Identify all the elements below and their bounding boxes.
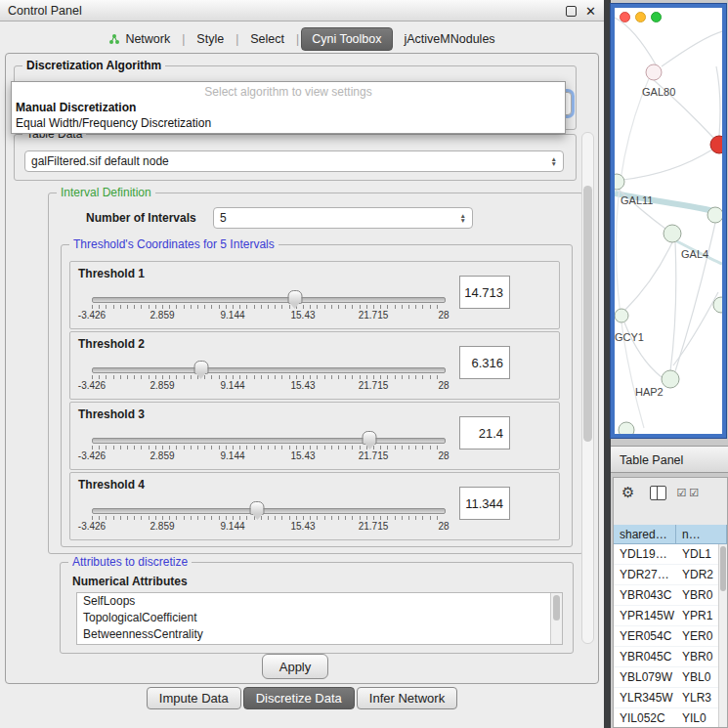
- table-row[interactable]: YDL19…YDL1: [614, 544, 727, 565]
- tick-label: 15.43: [290, 450, 315, 461]
- slider-track[interactable]: [92, 297, 446, 303]
- table-row[interactable]: YDR27…YDR2: [614, 565, 727, 585]
- network-edge[interactable]: [622, 150, 712, 180]
- cell[interactable]: YIL052C: [614, 708, 676, 727]
- network-node[interactable]: [615, 174, 624, 190]
- screen: Control Panel ✕ Network | Style | Select…: [0, 0, 728, 728]
- network-node[interactable]: [662, 370, 679, 388]
- threshold-2-slider[interactable]: -3.426 2.859 9.144 15.43 21.715 28: [92, 360, 444, 393]
- cell[interactable]: YBL079W: [614, 667, 676, 687]
- slider-tick-labels: -3.426 2.859 9.144 15.43 21.715 28: [92, 380, 444, 392]
- scrollbar-thumb[interactable]: [553, 595, 560, 621]
- threshold-4-slider[interactable]: -3.426 2.859 9.144 15.43 21.715 28: [92, 500, 444, 534]
- table-row[interactable]: YLR345WYLR3: [614, 688, 727, 708]
- threshold-1-slider-thumb[interactable]: [287, 290, 302, 304]
- slider-track[interactable]: [92, 508, 446, 514]
- network-node[interactable]: [646, 64, 662, 80]
- network-edge[interactable]: [670, 242, 676, 371]
- network-node[interactable]: [664, 225, 681, 242]
- control-panel-titlebar[interactable]: Control Panel ✕: [0, 0, 604, 21]
- table-row[interactable]: YPR145WYPR1: [614, 606, 727, 626]
- network-edge[interactable]: [616, 76, 650, 428]
- slider-track[interactable]: [92, 438, 446, 444]
- network-edge[interactable]: [624, 242, 672, 311]
- table-row[interactable]: YBL079WYBL0: [614, 667, 727, 688]
- list-scrollbar[interactable]: [550, 593, 562, 644]
- table-scrollbar[interactable]: [718, 544, 727, 727]
- tick-label: 28: [438, 450, 449, 461]
- cell[interactable]: YBR043C: [614, 585, 676, 605]
- threshold-4-slider-thumb[interactable]: [250, 501, 265, 515]
- tab-select[interactable]: Select: [240, 28, 294, 50]
- list-item[interactable]: TopologicalCoefficient: [77, 610, 562, 626]
- cell[interactable]: YDL19…: [614, 544, 676, 564]
- network-edge[interactable]: [615, 18, 656, 64]
- threshold-4-value-field[interactable]: 11.344: [459, 487, 510, 520]
- table-row[interactable]: YER054CYER0: [614, 626, 727, 647]
- table-row[interactable]: YBR045CYBR0: [614, 647, 727, 667]
- number-of-intervals-combobox[interactable]: 5 ▲▼: [213, 207, 473, 229]
- threshold-3-panel: Threshold 3 -3.426 2.859 9.144 15.43 21.…: [69, 402, 560, 470]
- tick-label: 9.144: [220, 521, 244, 532]
- cell[interactable]: YDR27…: [614, 565, 676, 584]
- tick-label: -3.426: [78, 521, 106, 532]
- column-header-name[interactable]: n…: [676, 525, 727, 544]
- close-window-icon[interactable]: [620, 12, 630, 22]
- close-icon[interactable]: ✕: [585, 5, 596, 18]
- tab-discretize-data[interactable]: Discretize Data: [243, 687, 355, 709]
- slider-track[interactable]: [92, 367, 446, 373]
- node-label: HAP2: [635, 386, 664, 398]
- columns-icon[interactable]: [650, 486, 666, 500]
- threshold-1-slider[interactable]: -3.426 2.859 9.144 15.43 21.715 28: [92, 289, 444, 322]
- tab-infer-network[interactable]: Infer Network: [357, 687, 457, 709]
- threshold-3-value-field[interactable]: 21.4: [459, 416, 510, 450]
- network-edge[interactable]: [662, 31, 722, 66]
- cell[interactable]: YER054C: [614, 626, 676, 646]
- tab-network[interactable]: Network: [99, 28, 180, 50]
- tab-jactivemnodules[interactable]: jActiveMNodules: [395, 28, 505, 50]
- column-header-shared-name[interactable]: shared…: [614, 525, 676, 544]
- cell[interactable]: YBR045C: [614, 647, 676, 666]
- list-item[interactable]: BetweennessCentrality: [77, 626, 562, 643]
- threshold-1-value-field[interactable]: 14.713: [459, 276, 510, 309]
- panel-scrollbar[interactable]: [581, 132, 594, 644]
- gear-icon[interactable]: ⚙: [621, 484, 634, 501]
- table-row[interactable]: YIL052CYIL0: [614, 708, 727, 727]
- network-node[interactable]: [615, 309, 628, 322]
- zoom-window-icon[interactable]: [651, 12, 662, 22]
- interval-definition-group: Interval Definition Number of Intervals …: [48, 193, 583, 554]
- table-row[interactable]: YBR043CYBR0: [614, 585, 727, 606]
- table-panel-title: Table Panel: [620, 453, 683, 467]
- scrollbar-thumb[interactable]: [583, 186, 592, 442]
- option-equal-width-frequency[interactable]: Equal Width/Frequency Discretization: [12, 115, 565, 131]
- network-node-highlighted[interactable]: [710, 136, 722, 153]
- table-data-combobox[interactable]: galFiltered.sif default node ▲▼: [24, 150, 564, 172]
- scrollbar-thumb[interactable]: [720, 546, 726, 591]
- network-view-window[interactable]: GAL80 GAL11 GAL4 GCY1 HAP2: [611, 4, 726, 438]
- cell[interactable]: YLR345W: [614, 688, 676, 707]
- threshold-2-slider-thumb[interactable]: [193, 361, 208, 374]
- numerical-attributes-list[interactable]: SelfLoops TopologicalCoefficient Between…: [76, 592, 563, 645]
- float-window-icon[interactable]: [566, 6, 577, 17]
- network-node[interactable]: [619, 422, 634, 434]
- network-node[interactable]: [707, 207, 722, 223]
- option-manual-discretization[interactable]: Manual Discretization: [12, 100, 565, 115]
- slider-tick-labels: -3.426 2.859 9.144 15.43 21.715 28: [92, 310, 444, 321]
- tab-style[interactable]: Style: [187, 28, 234, 50]
- list-item[interactable]: SelfLoops: [77, 593, 562, 610]
- select-all-icon[interactable]: ☑: [689, 487, 699, 499]
- tab-impute-data[interactable]: Impute Data: [147, 687, 241, 709]
- network-edge[interactable]: [716, 66, 720, 136]
- select-columns-icon[interactable]: ☑: [676, 487, 686, 499]
- tick-label: 28: [438, 521, 449, 532]
- apply-button[interactable]: Apply: [262, 654, 328, 679]
- minimize-window-icon[interactable]: [635, 12, 646, 22]
- table-panel-titlebar[interactable]: Table Panel: [611, 446, 728, 473]
- cell[interactable]: YPR145W: [614, 606, 676, 625]
- threshold-1-panel: Threshold 1 -3.426 2.859 9.144 15.43 21.…: [69, 261, 560, 329]
- threshold-3-slider[interactable]: -3.426 2.859 9.144 15.43 21.715 28: [92, 430, 444, 463]
- tab-cyni-toolbox[interactable]: Cyni Toolbox: [301, 27, 392, 51]
- network-canvas[interactable]: GAL80 GAL11 GAL4 GCY1 HAP2: [615, 8, 722, 434]
- threshold-2-value-field[interactable]: 6.316: [459, 346, 510, 379]
- threshold-3-slider-thumb[interactable]: [363, 431, 377, 445]
